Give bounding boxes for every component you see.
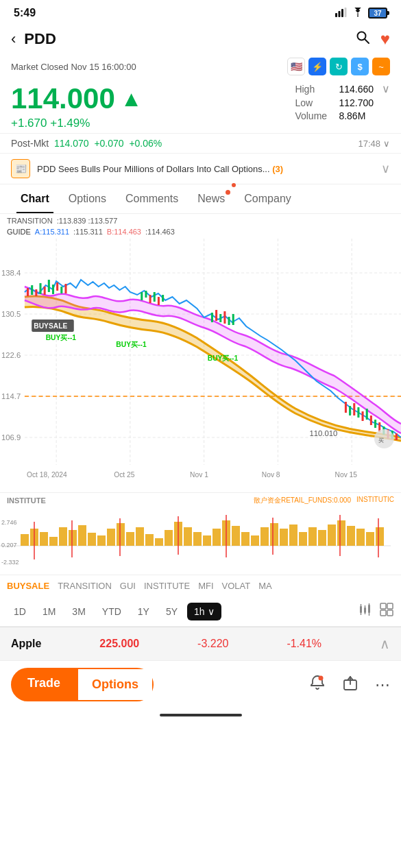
- svg-text:Nov 1: Nov 1: [190, 471, 208, 479]
- trade-button[interactable]: Trade: [11, 668, 77, 701]
- news-banner[interactable]: 📰 PDD Sees Bulls Pour Millions of Dollar…: [0, 154, 401, 184]
- volume-row: Volume 8.86M: [295, 110, 390, 121]
- volat-indicator-btn[interactable]: VOLAT: [222, 579, 251, 592]
- svg-rect-77: [49, 537, 58, 546]
- share-icon[interactable]: [342, 675, 359, 695]
- institute-header: INSTITUTE 散户资金RETAIL_FUNDS:0.000 INSTITU…: [0, 493, 401, 508]
- svg-rect-82: [97, 535, 106, 546]
- period-1d[interactable]: 1D: [7, 603, 33, 620]
- svg-rect-36: [215, 310, 217, 321]
- svg-rect-34: [162, 295, 164, 302]
- high-dropdown[interactable]: ∨: [382, 82, 390, 95]
- back-button[interactable]: ‹: [11, 30, 16, 48]
- svg-rect-47: [370, 415, 372, 425]
- period-3m[interactable]: 3M: [65, 603, 92, 620]
- price-direction-icon: ▲: [121, 86, 143, 112]
- svg-rect-3: [345, 8, 347, 17]
- svg-rect-38: [223, 311, 226, 324]
- price-chart: BUY买--1 BUY买--1 BUY买--1 BUYSALE 110.010 …: [0, 239, 401, 492]
- tab-comments[interactable]: Comments: [116, 184, 188, 213]
- svg-rect-37: [219, 314, 221, 322]
- svg-rect-93: [203, 535, 211, 546]
- badge-dollar[interactable]: $: [351, 58, 369, 75]
- tab-bar: Chart Options Comments News Company: [0, 184, 401, 214]
- guide-a: A:115.311: [35, 228, 69, 236]
- period-1y[interactable]: 1Y: [131, 603, 156, 620]
- favorite-button[interactable]: ♥: [380, 29, 390, 49]
- options-button[interactable]: Options: [77, 668, 154, 701]
- ma-indicator-btn[interactable]: MA: [258, 579, 272, 592]
- badge-us[interactable]: 🇺🇸: [287, 58, 305, 75]
- svg-text:BUY买--1: BUY买--1: [46, 334, 77, 341]
- retail-funds-label: 散户资金RETAIL_FUNDS:0.000: [254, 496, 351, 505]
- news-notification-dot: [226, 190, 230, 195]
- news-text: PDD Sees Bulls Pour Millions of Dollars …: [37, 164, 374, 174]
- svg-rect-81: [88, 533, 96, 546]
- mfi-indicator-btn[interactable]: MFI: [198, 579, 213, 592]
- more-options-icon[interactable]: ⋯: [375, 676, 390, 694]
- bell-icon[interactable]: [309, 675, 326, 695]
- svg-rect-133: [387, 603, 393, 609]
- tab-chart[interactable]: Chart: [11, 184, 59, 213]
- ticker-expand-icon[interactable]: ∧: [380, 636, 390, 652]
- post-market-pct: +0.06%: [129, 138, 162, 149]
- main-chart-area[interactable]: BUY买--1 BUY买--1 BUY买--1 BUYSALE 110.010 …: [0, 239, 401, 492]
- search-button[interactable]: [354, 29, 371, 49]
- buysale-indicator-btn[interactable]: BUYSALE: [7, 579, 49, 592]
- header: ‹ PDD ♥: [0, 23, 401, 55]
- transition-indicator-btn[interactable]: TRANSITION: [58, 579, 112, 592]
- gui-indicator-btn[interactable]: GUI: [120, 579, 136, 592]
- selected-period: 1h: [194, 606, 205, 617]
- badge-refresh[interactable]: ↻: [330, 58, 348, 75]
- badge-misc[interactable]: ~: [372, 58, 390, 75]
- price-right: High 114.660 ∨ Low 112.700 Volume 8.86M: [295, 82, 390, 123]
- guide-indicators: GUIDE A:115.311 :115.311 B:114.463 :114.…: [0, 228, 401, 239]
- news-expand-icon[interactable]: ∨: [381, 161, 390, 176]
- svg-rect-80: [78, 525, 86, 546]
- battery-icon: 37: [368, 8, 387, 19]
- ticker-pct: -1.41%: [287, 638, 321, 650]
- high-row: High 114.660 ∨: [295, 82, 390, 95]
- svg-text:130.5: 130.5: [1, 310, 21, 318]
- institute-indicator-btn[interactable]: INSTITUTE: [144, 579, 190, 592]
- svg-rect-109: [356, 529, 365, 546]
- svg-text:138.4: 138.4: [1, 269, 21, 277]
- svg-text:BUY买--1: BUY买--1: [208, 354, 239, 362]
- tab-options[interactable]: Options: [59, 184, 116, 213]
- svg-rect-110: [366, 532, 374, 546]
- svg-rect-108: [347, 526, 355, 546]
- svg-rect-86: [136, 527, 144, 546]
- period-1h-dropdown[interactable]: 1h ∨: [187, 603, 221, 620]
- svg-rect-26: [56, 282, 58, 291]
- high-label: High: [295, 84, 330, 95]
- svg-rect-0: [335, 13, 337, 17]
- transition-values: :113.839 :113.577: [57, 217, 118, 225]
- tab-company[interactable]: Company: [234, 184, 300, 213]
- period-1m[interactable]: 1M: [36, 603, 62, 620]
- svg-rect-32: [154, 292, 156, 302]
- svg-rect-101: [280, 529, 288, 546]
- svg-rect-43: [353, 403, 355, 415]
- guide-b: B:114.463: [107, 228, 141, 236]
- svg-rect-135: [387, 610, 393, 616]
- trade-options-group[interactable]: Trade Options: [11, 668, 154, 701]
- svg-rect-27: [60, 287, 62, 293]
- bottom-ticker[interactable]: Apple 225.000 -3.220 -1.41% ∧: [0, 627, 401, 660]
- svg-point-4: [357, 15, 359, 16]
- period-5y[interactable]: 5Y: [159, 603, 184, 620]
- post-market-bar: Post-Mkt 114.070 +0.070 +0.06% 17:48 ∨: [0, 133, 401, 154]
- post-market-info: Post-Mkt 114.070 +0.070 +0.06%: [11, 138, 162, 149]
- svg-rect-24: [48, 280, 50, 292]
- badge-flash[interactable]: ⚡: [308, 58, 326, 75]
- svg-text:BUYSALE: BUYSALE: [34, 322, 67, 330]
- grid-view-icon[interactable]: [379, 602, 394, 620]
- svg-rect-30: [145, 291, 147, 298]
- institute-section: INSTITUTE 散户资金RETAIL_FUNDS:0.000 INSTITU…: [0, 492, 401, 575]
- candlestick-chart-icon[interactable]: [357, 602, 372, 620]
- ticker-change: -3.220: [197, 638, 228, 650]
- institute-funds-label: INSTITUTIC: [356, 496, 394, 505]
- period-ytd[interactable]: YTD: [95, 603, 128, 620]
- market-status-bar: Market Closed Nov 15 16:00:00 🇺🇸 ⚡ ↻ $ ~: [0, 55, 401, 80]
- svg-rect-33: [158, 297, 160, 305]
- tab-news[interactable]: News: [188, 184, 234, 213]
